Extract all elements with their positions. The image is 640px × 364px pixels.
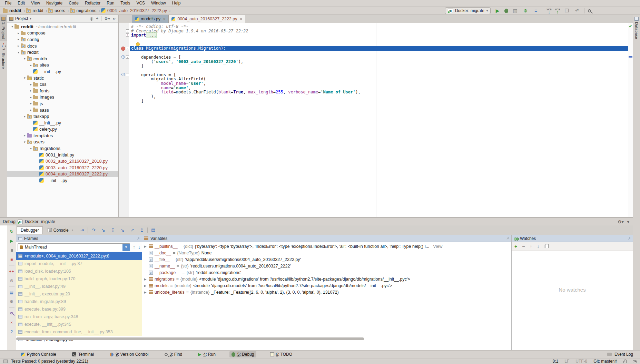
- run-configuration-selector[interactable]: djDocker: migrate▾: [445, 7, 491, 14]
- thread-combo[interactable]: MainThread ▼: [18, 243, 130, 251]
- frame-row[interactable]: execute, base.py:399: [16, 305, 142, 313]
- tree-row-js[interactable]: ▸js: [7, 100, 118, 107]
- tree-toggle-icon[interactable]: ▸: [16, 31, 21, 35]
- debug-settings-gear-icon[interactable]: ⚙▾: [618, 219, 623, 224]
- tree-toggle-icon[interactable]: ▾: [22, 115, 27, 118]
- mute-breakpoints-icon[interactable]: ⊘: [7, 276, 16, 285]
- tree-row-static[interactable]: ▾static: [7, 75, 118, 81]
- frame-row[interactable]: run_from_argv, base.py:348: [16, 313, 142, 321]
- debug-bug-button[interactable]: [504, 9, 508, 13]
- tree-toggle-icon[interactable]: ▾: [10, 25, 14, 28]
- close-tab-icon[interactable]: ×: [240, 17, 242, 21]
- tree-row-__init__-py[interactable]: __init__.py: [7, 120, 118, 126]
- override-marker-icon[interactable]: ↑: [121, 55, 125, 59]
- breadcrumb-item[interactable]: reddit: [26, 8, 43, 13]
- move-down-icon[interactable]: ↓: [537, 244, 539, 249]
- locate-icon[interactable]: ◎: [90, 16, 93, 21]
- run-with-configurations-button[interactable]: ≡: [532, 7, 539, 14]
- tree-toggle-icon[interactable]: ▸: [16, 38, 21, 41]
- hide-panel-icon[interactable]: ⇤: [113, 16, 116, 21]
- tree-toggle-icon[interactable]: ▸: [22, 134, 27, 137]
- tree-toggle-icon[interactable]: ▾: [22, 140, 27, 144]
- help-icon[interactable]: ?: [7, 327, 16, 336]
- search-everywhere-button[interactable]: [588, 9, 591, 12]
- tree-row-0002_auto_20160327_2018-py[interactable]: 0002_auto_20160327_2018.py: [7, 158, 118, 164]
- view-value-link[interactable]: View: [433, 244, 442, 249]
- menu-tools[interactable]: Tools: [118, 0, 133, 6]
- tree-row-images[interactable]: ▸images: [7, 94, 118, 101]
- tool-window-tab-1-project[interactable]: 1: Project: [0, 15, 7, 41]
- breadcrumb-item[interactable]: 0004_auto_20160327_2222.py: [101, 8, 167, 13]
- move-up-icon[interactable]: ↑: [530, 244, 532, 249]
- menu-run[interactable]: Run: [104, 0, 117, 6]
- editor-body[interactable]: ↑↑-+--- # -*- coding: utf-8 -*-# Generat…: [119, 23, 628, 217]
- remove-watch-icon[interactable]: −: [522, 244, 525, 249]
- menu-refactor[interactable]: Refactor: [82, 0, 103, 6]
- variable-row[interactable]: 8__name__ = {str}'reddit.users.migration…: [142, 263, 511, 269]
- override-marker-icon[interactable]: ↑: [121, 73, 125, 76]
- caret-position[interactable]: 8:1: [553, 359, 559, 364]
- editor-scrollbar[interactable]: ✔: [628, 23, 633, 217]
- tree-row-celery-py[interactable]: celery.py: [7, 126, 118, 133]
- tree-row-taskapp[interactable]: ▾taskapp: [7, 113, 118, 120]
- toolwindow-button-python-console[interactable]: Python Console: [19, 351, 58, 357]
- tree-row-users[interactable]: ▾users: [7, 139, 118, 145]
- settings-gear-icon[interactable]: ⚙▾: [104, 16, 110, 21]
- restore-layout-icon[interactable]: ▤: [7, 287, 16, 297]
- previous-frame-icon[interactable]: ↑: [133, 244, 135, 250]
- frame-row[interactable]: execute_from_command_line, __init__.py:3…: [16, 328, 142, 336]
- variable-row[interactable]: ▶unicode_literals = {instance}_Feature: …: [142, 289, 511, 295]
- breakpoint-icon[interactable]: [121, 47, 125, 51]
- tree-row-compose[interactable]: ▸compose: [7, 30, 118, 37]
- view-breakpoints-icon[interactable]: ●●: [7, 266, 16, 276]
- tree-row-__init__-py[interactable]: __init__.py: [7, 177, 118, 184]
- tree-row-fonts[interactable]: ▸fonts: [7, 88, 118, 94]
- tree-toggle-icon[interactable]: ▾: [22, 57, 27, 60]
- undo-button[interactable]: ↶: [574, 7, 581, 14]
- tree-toggle-icon[interactable]: ▸: [29, 89, 33, 92]
- tool-window-tab-database[interactable]: Database: [633, 15, 640, 41]
- breadcrumb-item[interactable]: reddit: [3, 8, 21, 13]
- toolwindow-button-todo[interactable]: 6: TODO: [268, 351, 295, 357]
- next-frame-icon[interactable]: ↓: [138, 244, 140, 250]
- tree-row-sass[interactable]: ▸sass: [7, 107, 118, 113]
- inspection-ok-icon[interactable]: ✔: [629, 24, 632, 29]
- run-to-cursor-icon[interactable]: ↥: [138, 228, 146, 233]
- tree-toggle-icon[interactable]: ▸: [29, 63, 33, 67]
- expand-icon[interactable]: ▶: [144, 277, 147, 281]
- fold-marker-icon[interactable]: -: [126, 55, 129, 59]
- editor-code[interactable]: # -*- coding: utf-8 -*-# Generated by Dj…: [129, 23, 628, 217]
- expand-icon[interactable]: ▶: [144, 291, 147, 294]
- variable-row[interactable]: 8__file__ = {str}'/app/reddit/users/migr…: [142, 256, 511, 263]
- fold-marker-icon[interactable]: -: [126, 29, 129, 32]
- vcs-commit-button[interactable]: VCS↑: [555, 8, 560, 13]
- tree-row-templates[interactable]: ▸templates: [7, 132, 118, 139]
- frame-row[interactable]: __init__, loader.py:49: [16, 283, 142, 290]
- coverage-button[interactable]: ▧: [512, 7, 519, 14]
- breadcrumb-item[interactable]: users: [48, 8, 65, 13]
- frame-row[interactable]: __init__, executor.py:20: [16, 290, 142, 298]
- expand-icon[interactable]: ▶: [144, 245, 147, 248]
- variable-row[interactable]: ▶models = {module}<module 'django.db.mod…: [142, 282, 511, 289]
- toolwindow-switcher-icon[interactable]: [3, 360, 8, 363]
- close-icon[interactable]: ×: [7, 318, 16, 327]
- tree-row-0003_auto_20160327_2220-py[interactable]: 0003_auto_20160327_2220.py: [7, 164, 118, 171]
- run-button[interactable]: ▶: [494, 7, 501, 14]
- frame-row[interactable]: import_module, __init__.py:37: [16, 260, 142, 267]
- toolwindow-button-find[interactable]: 3: Find: [163, 351, 185, 357]
- toolwindow-button-run[interactable]: ▶4: Run: [196, 351, 218, 357]
- editor-gutter[interactable]: ↑↑-+---: [119, 23, 129, 217]
- tree-row-__init__-py[interactable]: __init__.py: [7, 68, 118, 75]
- frame-row[interactable]: <module>, 0004_auto_20160327_2222.py:8: [16, 252, 142, 260]
- frame-row[interactable]: load_disk, loader.py:105: [16, 267, 142, 275]
- menu-help[interactable]: Help: [169, 0, 184, 6]
- duplicate-watch-icon[interactable]: [544, 245, 547, 248]
- tree-toggle-icon[interactable]: ▸: [29, 108, 33, 112]
- tree-row-0001_initial-py[interactable]: 0001_initial.py: [7, 152, 118, 158]
- debug-horizontal-scrollbar[interactable]: [16, 337, 364, 340]
- float-panel-icon[interactable]: ↗: [137, 236, 140, 240]
- float-panel-icon[interactable]: ↗: [506, 236, 509, 240]
- menu-file[interactable]: File: [2, 0, 14, 6]
- force-step-into-icon[interactable]: ↘: [118, 228, 127, 233]
- menu-window[interactable]: Window: [148, 0, 169, 6]
